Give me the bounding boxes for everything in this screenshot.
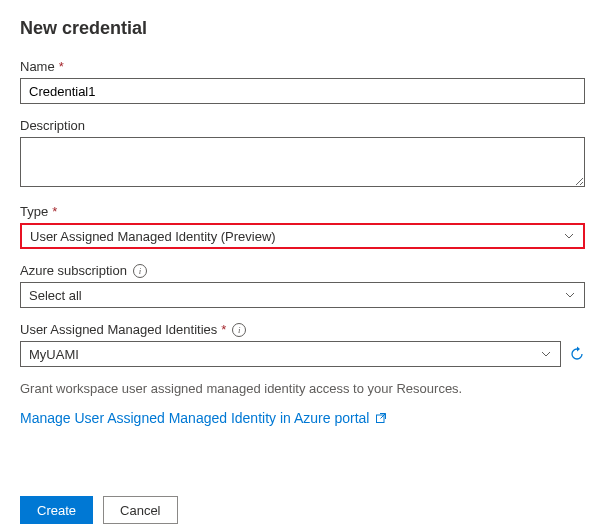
chevron-down-icon — [563, 230, 575, 242]
uami-label-text: User Assigned Managed Identities — [20, 322, 217, 337]
description-input[interactable] — [20, 137, 585, 187]
refresh-icon[interactable] — [569, 346, 585, 362]
type-select-value: User Assigned Managed Identity (Preview) — [30, 229, 276, 244]
subscription-label: Azure subscription i — [20, 263, 585, 278]
field-uami: User Assigned Managed Identities * i MyU… — [20, 322, 585, 367]
info-icon[interactable]: i — [232, 323, 246, 337]
subscription-label-text: Azure subscription — [20, 263, 127, 278]
type-label: Type * — [20, 204, 585, 219]
hint-text: Grant workspace user assigned managed id… — [20, 381, 585, 396]
page-title: New credential — [20, 18, 585, 39]
required-indicator: * — [221, 322, 226, 337]
subscription-select[interactable]: Select all — [20, 282, 585, 308]
description-label: Description — [20, 118, 585, 133]
chevron-down-icon — [540, 348, 552, 360]
info-icon[interactable]: i — [133, 264, 147, 278]
description-label-text: Description — [20, 118, 85, 133]
external-link-icon — [375, 412, 387, 424]
subscription-select-value: Select all — [29, 288, 82, 303]
field-description: Description — [20, 118, 585, 190]
name-label: Name * — [20, 59, 585, 74]
manage-uami-link[interactable]: Manage User Assigned Managed Identity in… — [20, 410, 387, 426]
uami-label: User Assigned Managed Identities * i — [20, 322, 585, 337]
field-name: Name * — [20, 59, 585, 104]
uami-select-value: MyUAMI — [29, 347, 79, 362]
field-type: Type * User Assigned Managed Identity (P… — [20, 204, 585, 249]
link-text: Manage User Assigned Managed Identity in… — [20, 410, 369, 426]
name-label-text: Name — [20, 59, 55, 74]
field-subscription: Azure subscription i Select all — [20, 263, 585, 308]
required-indicator: * — [52, 204, 57, 219]
type-select[interactable]: User Assigned Managed Identity (Preview) — [20, 223, 585, 249]
chevron-down-icon — [564, 289, 576, 301]
name-input[interactable] — [20, 78, 585, 104]
uami-select[interactable]: MyUAMI — [20, 341, 561, 367]
create-button[interactable]: Create — [20, 496, 93, 524]
type-label-text: Type — [20, 204, 48, 219]
cancel-button[interactable]: Cancel — [103, 496, 177, 524]
footer: Create Cancel — [20, 496, 585, 524]
required-indicator: * — [59, 59, 64, 74]
